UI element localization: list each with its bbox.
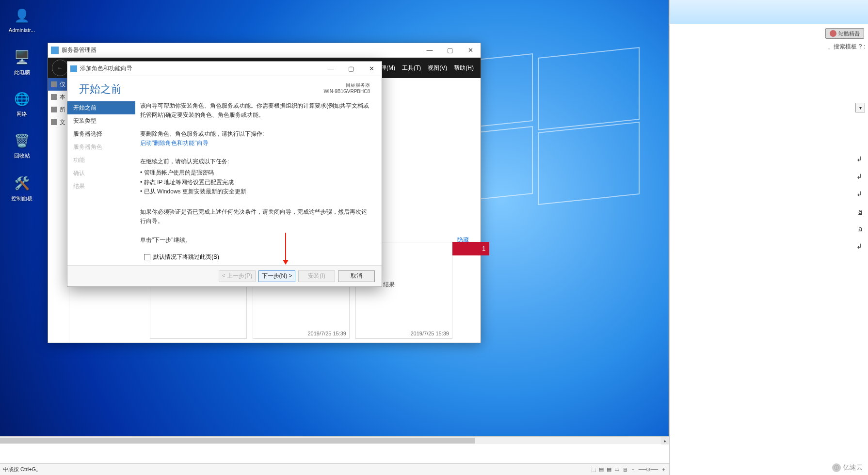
statusbar-text: 中或按 Ctrl+G。	[3, 466, 41, 473]
maximize-button[interactable]: ▢	[440, 43, 460, 58]
tray-icon[interactable]: ▭	[614, 466, 619, 473]
pc-icon: 🖥️	[12, 48, 32, 67]
sidebar-item-all[interactable]: 所	[48, 103, 69, 116]
sidebar-dropdown[interactable]: ▾	[855, 103, 865, 112]
tray-icon[interactable]: ▤	[599, 466, 604, 473]
desktop-icon-control-panel[interactable]: 🛠️控制面板	[4, 174, 40, 202]
desktop-icon-this-pc[interactable]: 🖥️此电脑	[4, 48, 40, 76]
account-chip[interactable]: 站酷精吾	[825, 28, 864, 39]
network-icon: 🌐	[12, 89, 32, 109]
card-timestamp: 2019/7/25 15:39	[307, 331, 346, 336]
sidebar-header-image	[670, 0, 868, 24]
step-before[interactable]: 开始之前	[67, 101, 135, 114]
wizard-icon	[70, 65, 77, 72]
wizard-button-row: < 上一步(P) 下一步(N) > 安装(I) 取消	[67, 265, 382, 286]
horizontal-scrollbar[interactable]: ▸	[0, 436, 669, 444]
server-manager-title: 服务器管理器	[62, 46, 96, 54]
server-manager-titlebar[interactable]: 服务器管理器 — ▢ ✕	[48, 43, 481, 58]
wizard-heading: 开始之前	[79, 82, 122, 96]
wizard-minimize-button[interactable]: —	[321, 62, 341, 76]
tray-icon[interactable]: ⬚	[591, 466, 596, 473]
wizard-content: 该向导可帮助你安装角色、角色服务或功能。你需要根据组织的计算要求(例如共享文档或…	[135, 99, 382, 265]
install-button: 安装(I)	[298, 270, 335, 282]
menu-help[interactable]: 帮助(H)	[454, 64, 474, 72]
user-icon: 👤	[12, 6, 32, 25]
paragraph-marks: ↲ ↲ ↲ a a ↲	[856, 155, 862, 250]
minimize-button[interactable]: —	[419, 43, 440, 58]
step-type[interactable]: 安装类型	[67, 114, 135, 127]
watermark: ⓘ 亿速云	[832, 463, 863, 472]
tray-zoom-slider[interactable]: ──⊙──	[639, 466, 658, 473]
statusbar-tray: ⬚ ▤ ▦ ▭ 🖥 － ──⊙── ＋	[591, 466, 666, 473]
menu-tools[interactable]: 工具(T)	[402, 64, 421, 72]
brand-logo-icon: ⓘ	[832, 463, 841, 472]
desktop-icon-administrator[interactable]: 👤Administr...	[4, 6, 40, 33]
wizard-close-button[interactable]: ✕	[361, 62, 382, 76]
prev-button: < 上一步(P)	[219, 270, 256, 282]
tray-zoom-out[interactable]: －	[630, 466, 636, 473]
tray-icon[interactable]: ▦	[607, 466, 611, 473]
step-result: 结果	[67, 180, 135, 193]
add-roles-wizard-window: 添加角色和功能向导 — ▢ ✕ 开始之前 目标服务器 WIN-9B1GVRPBH…	[67, 61, 382, 287]
step-confirm: 确认	[67, 167, 135, 180]
step-roles: 服务器角色	[67, 141, 135, 154]
annotation-arrow-icon	[285, 233, 286, 264]
sidebar-item-local[interactable]: 本	[48, 91, 69, 103]
checkbox-icon[interactable]	[144, 254, 150, 260]
recycle-icon: 🗑️	[12, 131, 32, 150]
avatar-icon	[830, 30, 836, 37]
wizard-target-server: 目标服务器 WIN-9B1GVRPBHC8	[323, 82, 370, 96]
desktop-icon-recycle-bin[interactable]: 🗑️回收站	[4, 131, 40, 159]
card-timestamp: 2019/7/25 15:39	[410, 331, 449, 336]
sidebar-item-dashboard[interactable]: 仪	[48, 78, 69, 91]
scrollbar-thumb[interactable]	[0, 438, 475, 443]
server-manager-icon	[51, 47, 59, 54]
tray-icon[interactable]: 🖥	[622, 467, 627, 473]
wizard-titlebar[interactable]: 添加角色和功能向导 — ▢ ✕	[67, 62, 382, 76]
step-select[interactable]: 服务器选择	[67, 127, 135, 141]
windows-desktop: 👤Administr... 🖥️此电脑 🌐网络 🗑️回收站 🛠️控制面板 服务器…	[0, 0, 669, 444]
cancel-button[interactable]: 取消	[338, 270, 375, 282]
wizard-maximize-button[interactable]: ▢	[341, 62, 361, 76]
control-panel-icon: 🛠️	[12, 174, 32, 193]
sidebar-item-file[interactable]: 文	[48, 116, 69, 128]
remove-roles-link[interactable]: 启动"删除角色和功能"向导	[140, 140, 209, 146]
word-status-bar: 中或按 Ctrl+G。 ⬚ ▤ ▦ ▭ 🖥 － ──⊙── ＋	[0, 463, 669, 475]
skip-page-checkbox[interactable]: 默认情况下将跳过此页(S)	[144, 253, 219, 261]
sidebar-toolbar[interactable]: 、搜索模板 ? :	[828, 43, 865, 51]
step-features: 功能	[67, 154, 135, 167]
tray-zoom-in[interactable]: ＋	[661, 466, 666, 473]
wizard-title: 添加角色和功能向导	[80, 64, 132, 73]
server-manager-sidebar: 仪 本 所 文	[48, 78, 69, 343]
wizard-steps: 开始之前 安装类型 服务器选择 服务器角色 功能 确认 结果	[67, 99, 135, 265]
close-button[interactable]: ✕	[460, 43, 481, 58]
host-app-sidebar: 站酷精吾 、搜索模板 ? : ▾ ↲ ↲ ↲ a a ↲ ⓘ 亿速云	[669, 0, 868, 475]
next-button[interactable]: 下一步(N) >	[258, 270, 295, 282]
back-button[interactable]: ←	[52, 60, 68, 76]
scroll-right-icon[interactable]: ▸	[661, 437, 669, 444]
desktop-icon-network[interactable]: 🌐网络	[4, 89, 40, 118]
menu-view[interactable]: 视图(V)	[428, 64, 447, 72]
